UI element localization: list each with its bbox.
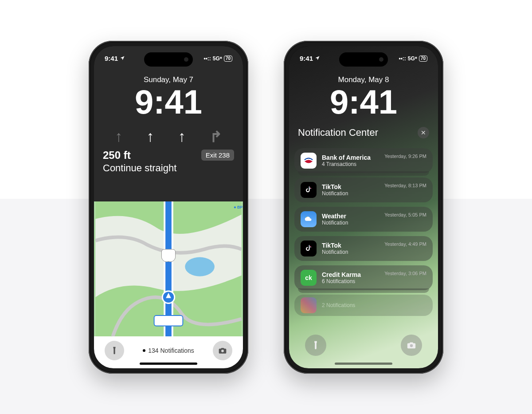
tiktok-icon [301,182,317,198]
cell-signal-icon: ••:: [399,55,406,62]
lane-arrow-straight-icon: ↑ [178,128,186,146]
weather-icon [301,211,317,227]
close-icon: ✕ [421,129,426,136]
lockscreen-time: 9:41 [94,85,243,119]
camera-button[interactable] [213,341,232,360]
notif-app-name: TikTok [322,242,379,249]
tiktok-icon [301,241,317,256]
notif-app-name: Weather [322,213,379,220]
home-indicator[interactable] [140,363,197,365]
svg-text:●: ● [234,204,236,209]
notif-timestamp: Yesterday, 3:06 PM [384,271,426,276]
battery-icon: 70 [224,55,232,62]
lockscreen-maps: 9:41 ••:: 5Gᵉ 70 Sunday, May 7 9:41 ↑ ↑ … [94,46,243,368]
nav-exit-badge: Exit 238 [201,150,234,161]
lane-arrow-straight-dim-icon: ↑ [115,128,122,146]
bank-of-america-icon [301,153,317,169]
credit-karma-icon: ck [301,270,317,286]
close-button[interactable]: ✕ [418,127,429,138]
svg-point-1 [185,257,215,276]
notif-app-name: Bank of America [322,154,379,161]
svg-point-7 [410,344,413,347]
notif-subtitle: Notification [322,220,379,226]
lane-arrow-right-dim-icon: ↱ [210,128,222,146]
location-icon [120,55,125,62]
notif-timestamp: Yesterday, 8:13 PM [384,183,426,188]
notification-item[interactable]: 2 Notifications [294,295,433,316]
dynamic-island [339,52,388,67]
notif-subtitle: 6 Notifications [322,278,379,284]
notif-subtitle: Notification [322,190,379,197]
location-icon [315,55,320,62]
map-view[interactable]: ● BP [94,201,243,336]
notif-timestamp: Yesterday, 9:26 PM [384,154,426,159]
notif-app-name: Credit Karma [322,271,379,278]
camera-button[interactable] [401,335,422,356]
notification-item[interactable]: TikTok Notification Yesterday, 8:13 PM [294,177,433,202]
flashlight-button[interactable] [305,335,326,356]
svg-point-5 [221,349,224,352]
notification-item[interactable]: ck Credit Karma 6 Notifications Yesterda… [294,265,433,290]
notif-subtitle: 2 Notifications [322,302,426,308]
map-poi-label: BP [237,205,243,209]
network-label: 5Gᵉ [408,55,417,62]
phone-right: 9:41 ••:: 5Gᵉ 70 Monday, May 8 9:41 Noti… [284,41,443,374]
lane-guidance: ↑ ↑ ↑ ↱ [94,119,243,149]
lockscreen-time: 9:41 [289,85,438,119]
notification-item[interactable]: TikTok Notification Yesterday, 4:49 PM [294,236,433,261]
battery-icon: 70 [419,55,427,62]
network-label: 5Gᵉ [213,55,222,62]
svg-rect-3 [154,315,183,326]
dynamic-island [144,52,193,67]
notification-item[interactable]: Bank of America 4 Transactions Yesterday… [294,148,433,173]
notif-timestamp: Yesterday, 4:49 PM [384,241,426,247]
notif-app-name: TikTok [322,183,379,190]
phone-left: 9:41 ••:: 5Gᵉ 70 Sunday, May 7 9:41 ↑ ↑ … [89,41,248,374]
home-indicator[interactable] [335,363,392,365]
lane-arrow-straight-icon: ↑ [146,128,154,146]
cell-signal-icon: ••:: [203,55,211,62]
notification-summary[interactable]: 134 Notifications [143,347,194,354]
lockscreen-notification-center: 9:41 ••:: 5Gᵉ 70 Monday, May 8 9:41 Noti… [289,46,438,368]
notif-count-label: 134 Notifications [148,347,194,354]
notification-item[interactable]: Weather Notification Yesterday, 5:05 PM [294,207,433,232]
notification-center-title: Notification Center [298,127,378,138]
instagram-icon [301,297,317,313]
notif-subtitle: Notification [322,249,379,255]
nav-distance: 250 ft [103,149,131,162]
flashlight-button[interactable] [105,341,124,360]
notification-list[interactable]: Bank of America 4 Transactions Yesterday… [294,148,433,328]
notif-subtitle: 4 Transactions [322,161,379,167]
notif-timestamp: Yesterday, 5:05 PM [384,212,426,217]
status-time: 9:41 [300,55,313,62]
status-time: 9:41 [105,55,118,62]
nav-instruction: Continue straight [94,162,243,179]
dot-icon [143,349,145,352]
